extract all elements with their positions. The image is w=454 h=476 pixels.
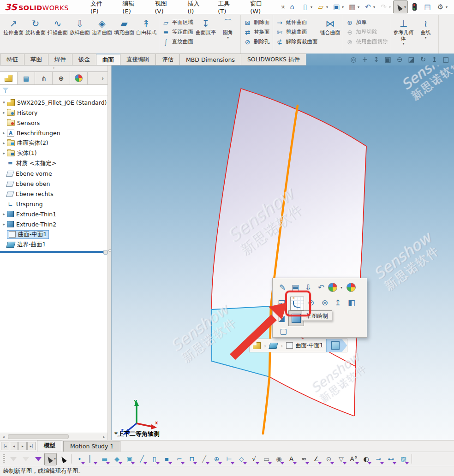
section-view-icon[interactable]: ◪ [408,56,414,63]
ruled-surface-button[interactable]: ∫直纹曲面 [162,37,193,46]
settings-button[interactable]: ⚙▾ [434,0,449,13]
configurationmanager-tab[interactable]: ⋔ [35,72,53,84]
graphics-viewport[interactable]: Senshow新思诺软件 Senshow新思诺软件 Senshow新思诺软件 S… [112,65,454,440]
extend-surface-button[interactable]: →延伸曲面 [276,18,318,27]
undo-icon[interactable]: ↶ [315,281,327,293]
doc-tab-item[interactable]: Motion Study 1 [63,441,120,452]
pan-icon[interactable]: + [362,56,368,63]
expand-arrow-icon[interactable]: ▸ [1,110,7,115]
lofted-surface-button[interactable]: ⇩放样曲面 [69,16,91,37]
fillet-button[interactable]: ⌒圆角▾ [217,16,239,41]
filter-faces-icon[interactable]: ▬ [98,453,111,465]
filter-axes-icon[interactable]: ⊕ [210,453,223,465]
filter-reference-planes-icon[interactable]: ▯ [148,453,161,465]
select-cursor-button[interactable]: ▾ [44,453,57,465]
dropdown-arrow-icon[interactable]: ▾ [402,42,404,46]
tree-item[interactable]: Ebene vorne [1,168,108,178]
options-list-button[interactable]: ▤ [421,0,434,13]
dropdown-arrow-icon[interactable]: ▾ [373,5,375,9]
interference-check-button[interactable] [408,0,421,13]
filter-dimensions-icon[interactable]: ◇ [235,453,248,465]
freeform-button[interactable]: ↟自由样式 [135,16,157,37]
lasso-select-button[interactable] [57,453,69,465]
expand-arrow-icon[interactable]: ▸ [1,131,7,135]
tree-item[interactable]: Ebene oben [1,178,108,189]
flatten-surface-button[interactable]: ↧曲面展平 [195,16,217,37]
wireframe-view-icon[interactable]: ▢ [277,325,289,337]
featuremanager-tab[interactable] [0,72,18,84]
dropdown-arrow-icon[interactable]: ▾ [404,5,406,9]
panel-horizontal-scrollbar[interactable]: ◂ ▸ [0,433,108,440]
filter-sketch-contours-icon[interactable]: ⌐ [173,453,185,465]
feature-tree-filter[interactable] [0,85,108,96]
dropdown-arrow-icon[interactable]: ▾ [446,5,448,9]
ribbon-tab-item[interactable]: 特征 [0,54,24,65]
filter-toggle-icon[interactable] [32,453,44,465]
ribbon-tab-active[interactable]: 曲面 [96,54,120,65]
trim-surface-button[interactable]: ✄剪裁曲面 [276,28,318,36]
dropdown-arrow-icon[interactable]: ▾ [389,5,391,9]
redo-button[interactable]: ↷▾ [377,0,393,13]
next-tab-button[interactable]: ▸ [18,442,27,450]
expand-arrow-icon[interactable]: ▸ [1,151,7,155]
thickened-cut-button[interactable]: ⊖加厚切除 [346,28,388,36]
thicken-button[interactable]: ⊕加厚 [346,18,388,27]
doc-tab-active[interactable]: 模型 [37,440,62,452]
dropdown-arrow-icon[interactable]: ▾ [342,5,344,9]
first-tab-button[interactable]: |◂ [1,442,9,450]
expand-arrow-icon[interactable]: ▸ [1,141,7,145]
open-button[interactable]: ▱▾ [315,0,330,13]
model-canvas[interactable] [112,65,454,440]
breadcrumb-selected-face[interactable] [326,339,347,352]
selected-tree-item[interactable]: 曲面-中面1 [7,230,49,239]
filter-funnel-outline-icon[interactable] [19,453,32,465]
tree-item[interactable]: ▸实体(1) [1,148,108,158]
tree-item[interactable]: ▸曲面实体(2) [1,138,108,148]
tree-item[interactable]: ≡材质 <未指定> [1,158,108,168]
new-document-button[interactable]: ▯▾ [299,0,314,13]
panel-expand-arrow-icon[interactable]: › [98,72,108,84]
ribbon-tab-item[interactable]: 钣金 [72,54,96,65]
cut-with-surface-button[interactable]: ⊗使用曲面切除 [346,37,388,46]
tree-item[interactable]: ▸Extrude-Thin2 [1,219,108,229]
ribbon-tab-item[interactable]: 评估 [156,54,180,65]
filter-angle-notes-icon[interactable]: A° [347,453,360,465]
save-button[interactable]: ▣▾ [330,0,346,13]
filter-edges-icon[interactable]: ▏ [86,453,98,465]
tree-item[interactable]: Ebene rechts [1,189,108,199]
breadcrumb-part[interactable] [250,339,264,352]
swept-surface-button[interactable]: ∿扫描曲面 [47,16,69,37]
scroll-right-icon[interactable]: ▸ [101,434,108,439]
filter-blocks-icon[interactable]: ▨ [397,453,410,465]
dropdown-arrow-icon[interactable]: ▾ [424,36,426,40]
filter-funnel-disabled-icon[interactable] [7,453,19,465]
replace-face-button[interactable]: ⇄替换面 [244,28,270,36]
filter-balloons-icon[interactable]: ◉ [273,453,285,465]
displaymanager-tab[interactable] [70,72,88,84]
filter-coordinate-systems-icon[interactable]: ⊢ [223,453,235,465]
prev-tab-button[interactable]: ◂ [10,442,18,450]
expand-arrow-icon[interactable]: ▾ [1,100,7,105]
panel-collapse-handle[interactable]: ∘ [0,65,108,71]
zoom-to-selection-icon[interactable]: ⊜ [319,297,331,309]
home-button[interactable]: ⌂ [286,0,299,13]
zoom-out-icon[interactable]: ⊖ [397,56,403,63]
print-button[interactable]: ▦▾ [346,0,361,13]
undo-button[interactable]: ↶▾ [362,0,377,13]
display-style-icon[interactable]: ◫ [443,56,449,63]
reference-geometry-button[interactable]: ⊥参考几何体▾ [393,16,415,47]
knit-surface-button[interactable]: ⋈缝合曲面 [319,16,341,37]
select-button[interactable]: ▾ [393,0,408,13]
zoom-to-area-icon[interactable]: ▣ [385,56,391,63]
revolved-surface-button[interactable]: ↻旋转曲面 [24,16,47,37]
boundary-surface-button[interactable]: ◈边界曲面 [91,16,113,37]
dropdown-arrow-icon[interactable]: ▾ [339,285,344,290]
last-tab-button[interactable]: ▸| [27,442,36,450]
zoom-in-out-icon[interactable]: ↕ [373,56,379,63]
delete-hole-button[interactable]: ⊘删除孔 [244,37,270,46]
dropdown-arrow-icon[interactable]: ▾ [358,5,359,9]
ribbon-tab-item[interactable]: SOLIDWORKS 插件 [241,54,306,65]
view-orientation-icon[interactable]: ◧ [346,297,358,309]
material-ball-icon[interactable] [346,283,356,292]
scroll-left-icon[interactable]: ◂ [0,434,7,439]
